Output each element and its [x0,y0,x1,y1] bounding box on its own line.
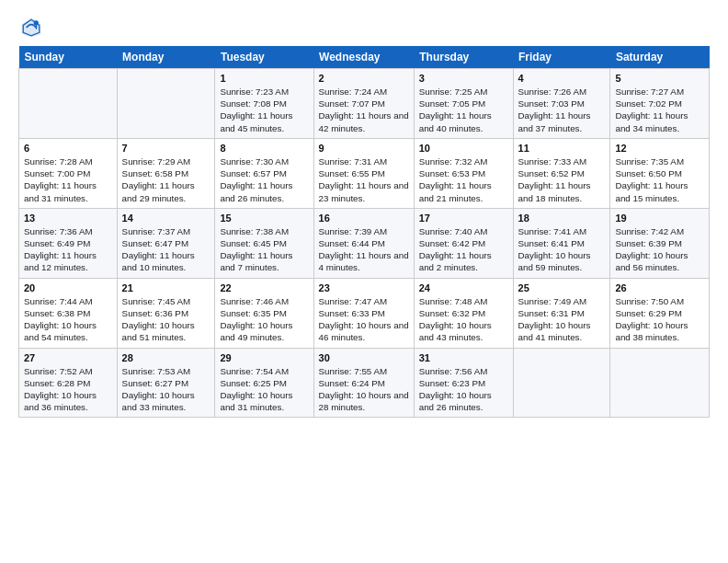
calendar-cell: 6Sunrise: 7:28 AMSunset: 7:00 PMDaylight… [19,138,118,208]
calendar-cell: 16Sunrise: 7:39 AMSunset: 6:44 PMDayligh… [313,208,414,278]
day-info: Sunrise: 7:41 AMSunset: 6:41 PMDaylight:… [518,225,606,274]
day-number: 30 [319,352,409,363]
day-number: 25 [518,282,606,293]
weekday-header-saturday: Saturday [610,46,710,69]
calendar-cell: 29Sunrise: 7:54 AMSunset: 6:25 PMDayligh… [215,348,313,418]
calendar-cell [610,348,710,418]
calendar-cell: 3Sunrise: 7:25 AMSunset: 7:05 PMDaylight… [414,69,513,139]
day-info: Sunrise: 7:26 AMSunset: 7:03 PMDaylight:… [518,86,606,134]
day-info: Sunrise: 7:53 AMSunset: 6:27 PMDaylight:… [122,365,210,414]
day-info: Sunrise: 7:47 AMSunset: 6:33 PMDaylight:… [319,295,409,344]
calendar-cell: 7Sunrise: 7:29 AMSunset: 6:58 PMDaylight… [117,138,215,208]
calendar-cell: 8Sunrise: 7:30 AMSunset: 6:57 PMDaylight… [215,138,313,208]
day-number: 5 [615,73,704,84]
calendar-cell: 13Sunrise: 7:36 AMSunset: 6:49 PMDayligh… [19,208,118,278]
day-info: Sunrise: 7:35 AMSunset: 6:50 PMDaylight:… [615,155,704,204]
day-number: 17 [419,213,508,224]
day-info: Sunrise: 7:27 AMSunset: 7:02 PMDaylight:… [615,86,704,134]
day-number: 13 [24,213,112,224]
calendar-cell: 19Sunrise: 7:42 AMSunset: 6:39 PMDayligh… [610,208,710,278]
calendar-cell: 11Sunrise: 7:33 AMSunset: 6:52 PMDayligh… [513,138,610,208]
day-info: Sunrise: 7:28 AMSunset: 7:00 PMDaylight:… [24,155,112,204]
day-number: 29 [220,352,308,363]
calendar-cell: 12Sunrise: 7:35 AMSunset: 6:50 PMDayligh… [610,138,710,208]
day-number: 2 [319,73,409,84]
day-number: 4 [518,73,606,84]
day-number: 21 [122,282,210,293]
day-number: 31 [419,352,508,363]
day-number: 11 [518,143,606,154]
day-info: Sunrise: 7:49 AMSunset: 6:31 PMDaylight:… [518,295,606,344]
week-row-4: 20Sunrise: 7:44 AMSunset: 6:38 PMDayligh… [19,278,710,348]
day-info: Sunrise: 7:40 AMSunset: 6:42 PMDaylight:… [419,225,508,274]
day-number: 6 [24,143,112,154]
day-info: Sunrise: 7:23 AMSunset: 7:08 PMDaylight:… [220,86,308,134]
day-number: 12 [615,143,704,154]
week-row-2: 6Sunrise: 7:28 AMSunset: 7:00 PMDaylight… [19,138,710,208]
calendar-cell: 20Sunrise: 7:44 AMSunset: 6:38 PMDayligh… [19,278,118,348]
day-info: Sunrise: 7:46 AMSunset: 6:35 PMDaylight:… [220,295,308,344]
day-info: Sunrise: 7:42 AMSunset: 6:39 PMDaylight:… [615,225,704,274]
day-info: Sunrise: 7:56 AMSunset: 6:23 PMDaylight:… [419,365,508,414]
day-info: Sunrise: 7:29 AMSunset: 6:58 PMDaylight:… [122,155,210,204]
calendar-cell: 10Sunrise: 7:32 AMSunset: 6:53 PMDayligh… [414,138,513,208]
day-info: Sunrise: 7:38 AMSunset: 6:45 PMDaylight:… [220,225,308,274]
weekday-header-wednesday: Wednesday [313,46,414,69]
weekday-header-tuesday: Tuesday [215,46,313,69]
day-info: Sunrise: 7:44 AMSunset: 6:38 PMDaylight:… [24,295,112,344]
day-info: Sunrise: 7:32 AMSunset: 6:53 PMDaylight:… [419,155,508,204]
calendar-cell [117,69,215,139]
day-info: Sunrise: 7:24 AMSunset: 7:07 PMDaylight:… [319,86,409,134]
calendar-cell: 15Sunrise: 7:38 AMSunset: 6:45 PMDayligh… [215,208,313,278]
day-info: Sunrise: 7:25 AMSunset: 7:05 PMDaylight:… [419,86,508,134]
calendar-cell: 18Sunrise: 7:41 AMSunset: 6:41 PMDayligh… [513,208,610,278]
calendar-cell: 4Sunrise: 7:26 AMSunset: 7:03 PMDaylight… [513,69,610,139]
weekday-header-monday: Monday [117,46,215,69]
day-number: 8 [220,143,308,154]
day-info: Sunrise: 7:45 AMSunset: 6:36 PMDaylight:… [122,295,210,344]
calendar-cell: 21Sunrise: 7:45 AMSunset: 6:36 PMDayligh… [117,278,215,348]
calendar-cell: 26Sunrise: 7:50 AMSunset: 6:29 PMDayligh… [610,278,710,348]
day-number: 20 [24,282,112,293]
day-info: Sunrise: 7:52 AMSunset: 6:28 PMDaylight:… [24,365,112,414]
weekday-header-thursday: Thursday [414,46,513,69]
calendar-cell [513,348,610,418]
calendar-cell: 27Sunrise: 7:52 AMSunset: 6:28 PMDayligh… [19,348,118,418]
calendar-cell: 30Sunrise: 7:55 AMSunset: 6:24 PMDayligh… [313,348,414,418]
day-info: Sunrise: 7:39 AMSunset: 6:44 PMDaylight:… [319,225,409,274]
day-number: 9 [319,143,409,154]
day-number: 28 [122,352,210,363]
day-number: 23 [319,282,409,293]
day-info: Sunrise: 7:30 AMSunset: 6:57 PMDaylight:… [220,155,308,204]
calendar-cell: 25Sunrise: 7:49 AMSunset: 6:31 PMDayligh… [513,278,610,348]
day-info: Sunrise: 7:37 AMSunset: 6:47 PMDaylight:… [122,225,210,274]
day-info: Sunrise: 7:55 AMSunset: 6:24 PMDaylight:… [319,365,409,414]
day-number: 1 [220,73,308,84]
page: SundayMondayTuesdayWednesdayThursdayFrid… [0,0,728,427]
calendar-cell: 31Sunrise: 7:56 AMSunset: 6:23 PMDayligh… [414,348,513,418]
svg-marker-0 [22,18,41,38]
calendar-cell: 5Sunrise: 7:27 AMSunset: 7:02 PMDaylight… [610,69,710,139]
calendar-cell: 28Sunrise: 7:53 AMSunset: 6:27 PMDayligh… [117,348,215,418]
calendar-cell: 2Sunrise: 7:24 AMSunset: 7:07 PMDaylight… [313,69,414,139]
day-number: 3 [419,73,508,84]
header [18,15,710,40]
week-row-1: 1Sunrise: 7:23 AMSunset: 7:08 PMDaylight… [19,69,710,139]
day-number: 16 [319,213,409,224]
weekday-header-sunday: Sunday [19,46,118,69]
day-info: Sunrise: 7:31 AMSunset: 6:55 PMDaylight:… [319,155,409,204]
week-row-3: 13Sunrise: 7:36 AMSunset: 6:49 PMDayligh… [19,208,710,278]
day-number: 26 [615,282,704,293]
logo [18,15,48,40]
day-number: 15 [220,213,308,224]
day-number: 10 [419,143,508,154]
day-info: Sunrise: 7:54 AMSunset: 6:25 PMDaylight:… [220,365,308,414]
calendar-cell: 22Sunrise: 7:46 AMSunset: 6:35 PMDayligh… [215,278,313,348]
week-row-5: 27Sunrise: 7:52 AMSunset: 6:28 PMDayligh… [19,348,710,418]
weekday-header-friday: Friday [513,46,610,69]
calendar-cell: 24Sunrise: 7:48 AMSunset: 6:32 PMDayligh… [414,278,513,348]
calendar-cell: 9Sunrise: 7:31 AMSunset: 6:55 PMDaylight… [313,138,414,208]
day-number: 24 [419,282,508,293]
day-info: Sunrise: 7:33 AMSunset: 6:52 PMDaylight:… [518,155,606,204]
calendar-cell: 17Sunrise: 7:40 AMSunset: 6:42 PMDayligh… [414,208,513,278]
